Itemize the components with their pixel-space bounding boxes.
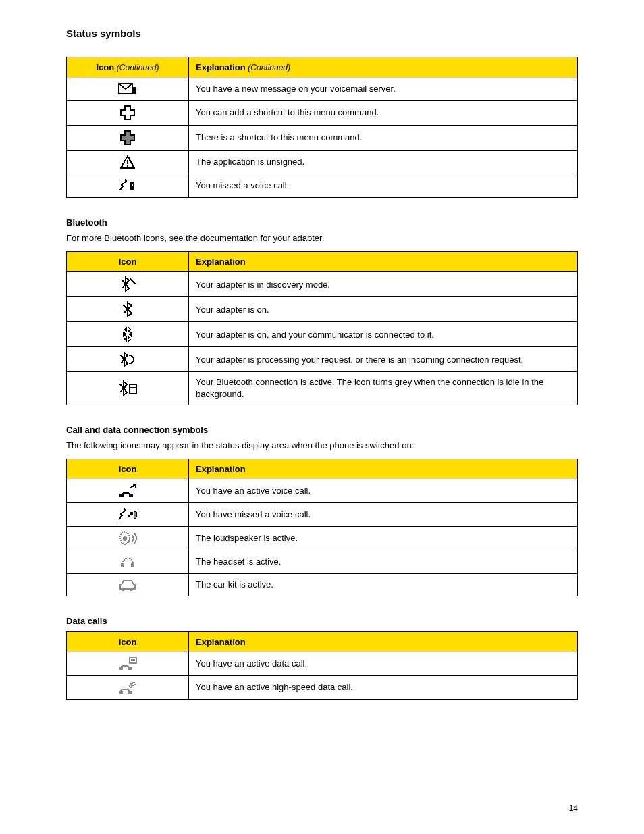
table-row: You have a new message on your voicemail… — [67, 78, 578, 100]
svg-point-9 — [129, 355, 131, 357]
active-voice-call-icon — [67, 479, 189, 503]
row-explanation: You have an active high-speed data call. — [189, 676, 578, 700]
table-row: Your Bluetooth connection is active. The… — [67, 372, 578, 405]
voicemail-icon — [67, 78, 189, 100]
svg-point-2 — [134, 94, 136, 96]
has-shortcut-icon — [67, 125, 189, 150]
svg-rect-4 — [127, 165, 128, 167]
missed-voice-call-status-icon — [67, 503, 189, 527]
table-row: You have an active high-speed data call. — [67, 676, 578, 700]
svg-rect-17 — [134, 511, 136, 518]
bluetooth-processing-icon — [67, 347, 189, 372]
table-row: The loudspeaker is active. — [67, 527, 578, 550]
headset-active-icon — [67, 550, 189, 574]
row-explanation: You have missed a voice call. — [189, 503, 578, 527]
header-explanation: Explanation — [189, 459, 578, 479]
missed-voice-call-icon — [67, 174, 189, 197]
table-row: There is a shortcut to this menu command… — [67, 125, 578, 150]
table-row: The application is unsigned. — [67, 150, 578, 174]
row-explanation: The application is unsigned. — [189, 150, 578, 174]
unsigned-app-icon — [67, 150, 189, 174]
header-icon: Icon — [67, 631, 189, 652]
header-explanation: Explanation — [189, 631, 578, 652]
row-explanation: You have an active voice call. — [189, 479, 578, 503]
table-row: Your adapter is on. — [67, 297, 578, 322]
header-explanation: Explanation (Continued) — [189, 57, 578, 78]
call-data-icons-table: Icon Explanation You have an active voic… — [66, 459, 578, 597]
table-header-row: Icon Explanation — [67, 631, 578, 652]
svg-rect-6 — [132, 184, 133, 186]
section-title-bluetooth: Bluetooth — [66, 217, 578, 229]
row-explanation: There is a shortcut to this menu command… — [189, 125, 578, 150]
svg-rect-25 — [128, 667, 132, 670]
svg-point-10 — [129, 363, 131, 365]
table-row: The headset is active. — [67, 550, 578, 574]
car-kit-active-icon — [67, 574, 189, 596]
page-title: Status symbols — [66, 27, 578, 41]
svg-point-19 — [123, 536, 127, 541]
row-explanation: The car kit is active. — [189, 574, 578, 596]
table-header-row: Icon (Continued) Explanation (Continued) — [67, 57, 578, 78]
loudspeaker-active-icon — [67, 527, 189, 550]
bluetooth-active-connection-icon — [67, 372, 189, 405]
add-shortcut-icon — [67, 100, 189, 125]
page-number: 14 — [569, 803, 578, 814]
table-header-row: Icon Explanation — [67, 459, 578, 479]
data-calls-icons-table: Icon Explanation You have an — [66, 631, 578, 700]
row-explanation: You can add a shortcut to this menu comm… — [189, 100, 578, 125]
svg-rect-21 — [131, 563, 134, 567]
bluetooth-icons-table: Icon Explanation Your adapter is in disc… — [66, 251, 578, 405]
row-explanation: Your Bluetooth connection is active. The… — [189, 372, 578, 405]
row-explanation: Your adapter is processing your request,… — [189, 347, 578, 372]
section-title-data-calls: Data calls — [66, 615, 578, 627]
table-row: You have an active data call. — [67, 652, 578, 676]
bluetooth-discovery-icon — [67, 272, 189, 297]
row-explanation: Your adapter is on. — [189, 297, 578, 322]
table-row: Your adapter is processing your request,… — [67, 347, 578, 372]
bluetooth-connected-icon — [67, 322, 189, 347]
header-icon: Icon — [67, 459, 189, 479]
svg-rect-30 — [119, 691, 123, 694]
row-explanation: Your adapter is on, and your communicato… — [189, 322, 578, 347]
table-row: You missed a voice call. — [67, 174, 578, 197]
row-explanation: You missed a voice call. — [189, 174, 578, 197]
svg-line-7 — [130, 279, 136, 284]
svg-rect-1 — [133, 87, 136, 94]
table-row: You have missed a voice call. — [67, 503, 578, 527]
svg-rect-31 — [128, 691, 132, 694]
active-high-speed-data-call-icon — [67, 676, 189, 700]
table-header-row: Icon Explanation — [67, 251, 578, 272]
header-icon: Icon — [67, 251, 189, 272]
table-row: Your adapter is in discovery mode. — [67, 272, 578, 297]
row-explanation: The headset is active. — [189, 550, 578, 574]
active-data-call-icon — [67, 652, 189, 676]
svg-point-23 — [130, 588, 133, 591]
bluetooth-on-icon — [67, 297, 189, 322]
table-row: You can add a shortcut to this menu comm… — [67, 100, 578, 125]
table-row: Your adapter is on, and your communicato… — [67, 322, 578, 347]
row-explanation: The loudspeaker is active. — [189, 527, 578, 550]
status-icons-table-continued: Icon (Continued) Explanation (Continued) — [66, 57, 578, 198]
svg-rect-3 — [127, 160, 128, 164]
svg-rect-24 — [119, 667, 123, 670]
page-container: Status symbols Icon (Continued) Explanat… — [0, 0, 644, 834]
svg-rect-20 — [121, 563, 124, 567]
svg-point-22 — [122, 588, 125, 591]
svg-rect-14 — [119, 494, 124, 497]
row-explanation: Your adapter is in discovery mode. — [189, 272, 578, 297]
section-title-call-data: Call and data connection symbols — [66, 424, 578, 436]
svg-rect-15 — [129, 494, 133, 497]
section-desc-bluetooth: For more Bluetooth icons, see the docume… — [66, 232, 578, 244]
table-row: The car kit is active. — [67, 574, 578, 596]
header-explanation: Explanation — [189, 251, 578, 272]
row-explanation: You have a new message on your voicemail… — [189, 78, 578, 100]
svg-rect-5 — [130, 182, 134, 190]
svg-rect-11 — [130, 384, 136, 394]
table-row: You have an active voice call. — [67, 479, 578, 503]
row-explanation: You have an active data call. — [189, 652, 578, 676]
header-icon: Icon (Continued) — [67, 57, 189, 78]
section-desc-call-data: The following icons may appear in the st… — [66, 440, 578, 452]
